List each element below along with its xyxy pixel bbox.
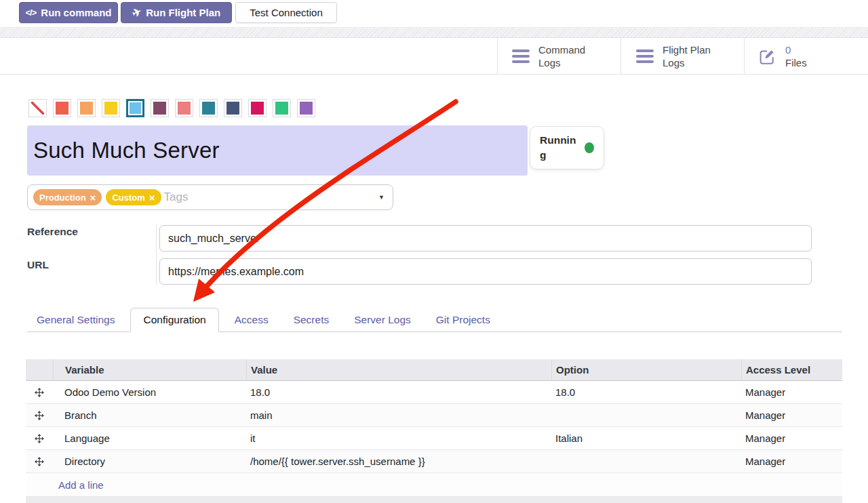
divider (156, 224, 157, 285)
status-label: Running (540, 133, 576, 162)
color-swatch-none[interactable] (28, 99, 47, 117)
config-table: Variable Value Option Access Level Odoo … (26, 359, 842, 503)
swatch-color (275, 102, 288, 115)
config-table-body: Odoo Demo Version18.018.0Manager Branchm… (26, 381, 842, 473)
cell-value[interactable]: it (246, 427, 551, 449)
tab-access[interactable]: Access (225, 308, 278, 331)
tab-server-logs[interactable]: Server Logs (344, 308, 420, 331)
table-row[interactable]: Odoo Demo Version18.018.0Manager (26, 381, 842, 404)
header-handle-column (26, 359, 53, 380)
edit-icon (757, 47, 776, 66)
status-card[interactable]: Running (530, 126, 604, 169)
table-row[interactable]: LanguageitItalianManager (26, 427, 842, 450)
header-option[interactable]: Option (551, 359, 741, 380)
code-icon: </> (26, 7, 37, 18)
cell-variable[interactable]: Odoo Demo Version (53, 381, 246, 403)
swatch-color (202, 102, 215, 115)
add-line-link[interactable]: Add a line (58, 479, 104, 491)
swatch-color (300, 102, 313, 115)
files-button[interactable]: 0 Files (757, 38, 807, 75)
tabs: General SettingsConfigurationAccessSecre… (27, 308, 842, 332)
tag-pill: Production× (33, 189, 102, 205)
tag-remove-icon[interactable]: × (149, 193, 155, 203)
run-command-button[interactable]: </> Run command (19, 2, 118, 23)
run-flight-plan-button[interactable]: ✈ Run Flight Plan (121, 2, 232, 23)
row-drag-handle[interactable] (26, 381, 53, 403)
swatch-color (104, 102, 117, 115)
color-swatch[interactable] (151, 99, 169, 117)
tags-list: Production×Custom× (33, 189, 161, 205)
swatch-color (251, 102, 264, 115)
cell-variable[interactable]: Branch (53, 404, 246, 426)
swatch-color (130, 102, 141, 114)
separator (620, 38, 621, 75)
move-icon (35, 411, 44, 420)
color-swatch[interactable] (297, 99, 315, 117)
files-label: Files (785, 56, 807, 70)
command-logs-button[interactable]: Command Logs (512, 38, 601, 75)
chevron-down-icon[interactable]: ▼ (378, 194, 384, 201)
move-icon (35, 457, 44, 466)
header-value[interactable]: Value (246, 359, 551, 380)
header-variable[interactable]: Variable (53, 359, 246, 380)
cell-option[interactable] (551, 404, 741, 426)
tag-remove-icon[interactable]: × (90, 193, 96, 203)
color-swatch[interactable] (53, 99, 71, 117)
move-icon (35, 388, 44, 397)
reference-label: Reference (27, 226, 78, 238)
tags-select[interactable]: Production×Custom× Tags ▼ (27, 184, 393, 210)
cell-access[interactable]: Manager (741, 427, 842, 449)
tag-label: Custom (112, 193, 144, 203)
color-swatch[interactable] (126, 99, 144, 117)
cell-option[interactable] (551, 450, 741, 472)
cell-variable[interactable]: Directory (53, 450, 246, 472)
files-count: 0 (785, 43, 807, 57)
run-command-label: Run command (41, 7, 111, 18)
cell-option[interactable]: Italian (551, 427, 741, 449)
table-row[interactable]: BranchmainManager (26, 404, 842, 427)
reference-input[interactable] (159, 225, 812, 252)
color-swatch[interactable] (77, 99, 96, 117)
cell-access[interactable]: Manager (741, 450, 842, 472)
row-drag-handle[interactable] (26, 404, 53, 426)
color-swatch[interactable] (199, 99, 218, 117)
cell-value[interactable]: /home/{{ tower.server.ssh_username }} (246, 450, 551, 472)
cell-variable[interactable]: Language (53, 427, 246, 449)
record-title-field[interactable]: Such Much Server (27, 125, 528, 176)
tab-general-settings[interactable]: General Settings (27, 308, 124, 331)
test-connection-button[interactable]: Test Connection (235, 2, 337, 23)
page: </> Run command ✈ Run Flight Plan Test C… (0, 0, 868, 503)
color-swatch[interactable] (273, 99, 291, 117)
cell-access[interactable]: Manager (741, 404, 842, 426)
plane-icon: ✈ (130, 5, 143, 20)
header-band: Command Logs Flight Plan Logs 0 Files (0, 38, 868, 75)
tab-configuration[interactable]: Configuration (130, 308, 218, 332)
tag-pill: Custom× (106, 189, 161, 205)
add-line-row: Add a line (26, 473, 842, 497)
tab-git-projects[interactable]: Git Projects (427, 308, 500, 331)
command-logs-label: Command Logs (538, 43, 601, 70)
table-header: Variable Value Option Access Level (26, 359, 842, 381)
color-swatch[interactable] (248, 99, 267, 117)
header-access-level[interactable]: Access Level (741, 359, 842, 380)
row-drag-handle[interactable] (26, 450, 53, 472)
separator (497, 38, 498, 75)
color-palette (28, 99, 315, 117)
cell-value[interactable]: main (246, 404, 551, 426)
url-input[interactable] (159, 258, 812, 285)
table-row[interactable]: Directory/home/{{ tower.server.ssh_usern… (26, 450, 842, 473)
move-icon (35, 434, 44, 443)
flight-plan-logs-button[interactable]: Flight Plan Logs (636, 38, 717, 75)
color-swatch[interactable] (224, 99, 242, 117)
cell-value[interactable]: 18.0 (246, 381, 551, 403)
swatch-color (178, 102, 191, 115)
color-swatch[interactable] (102, 99, 120, 117)
cell-option[interactable]: 18.0 (551, 381, 741, 403)
url-label: URL (27, 259, 49, 271)
tab-secrets[interactable]: Secrets (284, 308, 339, 331)
record-title: Such Much Server (27, 138, 220, 163)
color-swatch[interactable] (175, 99, 193, 117)
cell-access[interactable]: Manager (741, 381, 842, 403)
row-drag-handle[interactable] (26, 427, 53, 449)
list-icon (636, 49, 654, 63)
